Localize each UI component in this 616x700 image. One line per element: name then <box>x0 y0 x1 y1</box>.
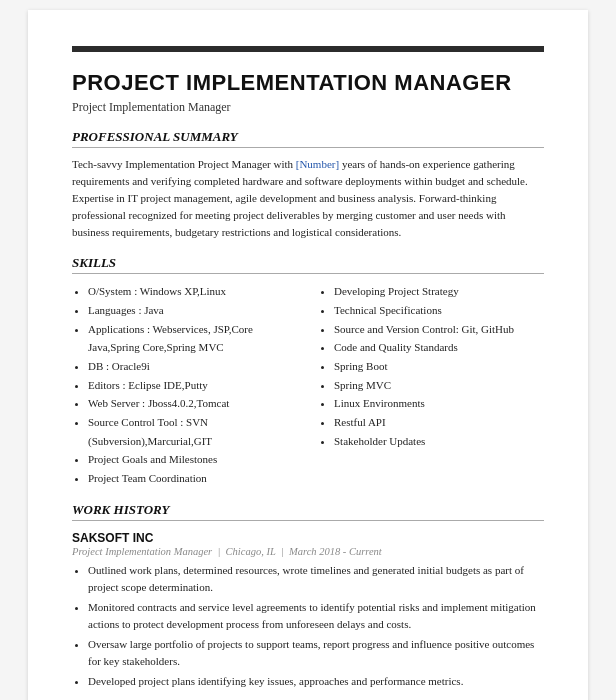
list-item: DB : Oracle9i <box>88 357 298 376</box>
summary-paragraph: Tech-savvy Implementation Project Manage… <box>72 156 544 241</box>
list-item: Developed project plans identifying key … <box>88 673 544 690</box>
list-item: Source and Version Control: Git, GitHub <box>334 320 544 339</box>
summary-text-before: Tech-savvy Implementation Project Manage… <box>72 158 296 170</box>
summary-highlight: [Number] <box>296 158 339 170</box>
list-item: Stakeholder Updates <box>334 432 544 451</box>
section-title-work: WORK HISTORY <box>72 502 544 521</box>
list-item: Web Server : Jboss4.0.2,Tomcat <box>88 394 298 413</box>
list-item: Editors : Eclipse IDE,Putty <box>88 376 298 395</box>
list-item: Developing Project Strategy <box>334 282 544 301</box>
list-item: Source Control Tool : SVN (Subversion),M… <box>88 413 298 450</box>
company-name: SAKSOFT INC <box>72 531 544 545</box>
list-item: Restful API <box>334 413 544 432</box>
list-item: Applications : Webservices, JSP,Core Jav… <box>88 320 298 357</box>
list-item: Spring MVC <box>334 376 544 395</box>
list-item: Spring Boot <box>334 357 544 376</box>
list-item: Outlined work plans, determined resource… <box>88 562 544 596</box>
skills-left-col: O/System : Windows XP,Linux Languages : … <box>72 282 298 488</box>
job-location: Chicago, IL <box>226 546 276 557</box>
work-history-section: SAKSOFT INC Project Implementation Manag… <box>72 531 544 690</box>
list-item: Code and Quality Standards <box>334 338 544 357</box>
job-title: Project Implementation Manager <box>72 546 212 557</box>
skills-container: O/System : Windows XP,Linux Languages : … <box>72 282 544 488</box>
resume-title: PROJECT IMPLEMENTATION MANAGER <box>72 70 544 96</box>
job-meta: Project Implementation Manager | Chicago… <box>72 546 544 557</box>
summary-text-after: years of hands-on experience gathering r… <box>72 158 528 238</box>
resume-page: PROJECT IMPLEMENTATION MANAGER Project I… <box>28 10 588 700</box>
top-bar <box>72 46 544 52</box>
list-item: Oversaw large portfolio of projects to s… <box>88 636 544 670</box>
list-item: Technical Specifications <box>334 301 544 320</box>
list-item: Languages : Java <box>88 301 298 320</box>
resume-subtitle: Project Implementation Manager <box>72 100 544 115</box>
skills-right-col: Developing Project Strategy Technical Sp… <box>318 282 544 488</box>
list-item: Project Team Coordination <box>88 469 298 488</box>
page-wrapper: PROJECT IMPLEMENTATION MANAGER Project I… <box>0 0 616 700</box>
list-item: Monitored contracts and service level ag… <box>88 599 544 633</box>
skills-left-list: O/System : Windows XP,Linux Languages : … <box>72 282 298 488</box>
job-duties-list: Outlined work plans, determined resource… <box>72 562 544 690</box>
section-title-skills: SKILLS <box>72 255 544 274</box>
list-item: O/System : Windows XP,Linux <box>88 282 298 301</box>
list-item: Project Goals and Milestones <box>88 450 298 469</box>
job-dates: March 2018 - Current <box>289 546 382 557</box>
section-title-summary: PROFESSIONAL SUMMARY <box>72 129 544 148</box>
list-item: Linux Environments <box>334 394 544 413</box>
skills-right-list: Developing Project Strategy Technical Sp… <box>318 282 544 450</box>
